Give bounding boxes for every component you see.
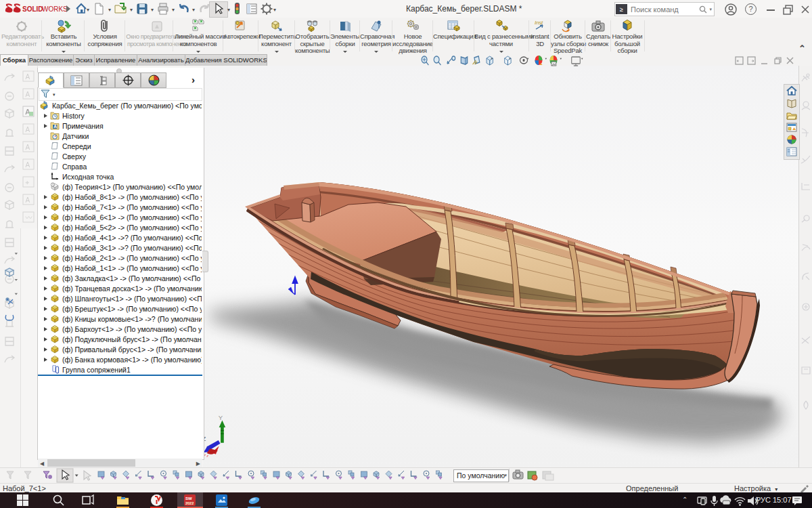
svg-text:A: A (26, 161, 30, 169)
svg-text:A: A (26, 126, 30, 133)
svg-text:A: A (26, 73, 30, 81)
svg-text:WORKS: WORKS (42, 5, 68, 13)
svg-text:SW: SW (185, 496, 192, 501)
svg-text:Y: Y (219, 414, 223, 421)
svg-text:2022: 2022 (185, 501, 194, 505)
svg-text:〰: 〰 (26, 214, 32, 221)
svg-text:A: A (53, 124, 57, 129)
svg-text:A: A (26, 91, 30, 98)
svg-text:A: A (26, 196, 30, 204)
svg-text:A: A (26, 144, 30, 151)
svg-text:⌖: ⌖ (26, 179, 30, 186)
svg-text:SOLID: SOLID (22, 5, 43, 13)
